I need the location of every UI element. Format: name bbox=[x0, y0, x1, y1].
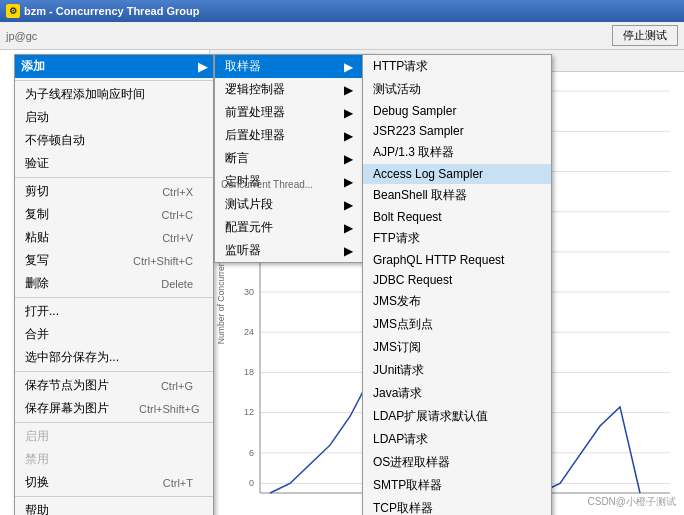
menu-jms-sub[interactable]: JMS订阅 bbox=[363, 336, 551, 359]
paste-label: 粘贴 bbox=[25, 229, 49, 246]
menu-jms-pub[interactable]: JMS发布 bbox=[363, 290, 551, 313]
jms-point-label: JMS点到点 bbox=[373, 316, 433, 333]
menu-ajp[interactable]: AJP/1.3 取样器 bbox=[363, 141, 551, 164]
menu-jsr223[interactable]: JSR223 Sampler bbox=[363, 121, 551, 141]
watermark: CSDN@小橙子测试 bbox=[588, 495, 677, 509]
menu-smtp[interactable]: SMTP取样器 bbox=[363, 474, 551, 497]
sampler-label: 取样器 bbox=[225, 58, 261, 75]
sampler-arrow: ▶ bbox=[344, 60, 353, 74]
pre-proc-arrow: ▶ bbox=[344, 106, 353, 120]
test-fragment-arrow: ▶ bbox=[344, 198, 353, 212]
pre-proc-label: 前置处理器 bbox=[225, 104, 285, 121]
menu-help[interactable]: 帮助 bbox=[15, 499, 213, 515]
menu-java-req[interactable]: Java请求 bbox=[363, 382, 551, 405]
http-req-label: HTTP请求 bbox=[373, 58, 428, 75]
menu-save-node-img[interactable]: 保存节点为图片 Ctrl+G bbox=[15, 374, 213, 397]
cut-shortcut: Ctrl+X bbox=[162, 186, 193, 198]
menu-jms-point[interactable]: JMS点到点 bbox=[363, 313, 551, 336]
menu-start[interactable]: 启动 bbox=[15, 106, 213, 129]
enable-label: 启用 bbox=[25, 428, 49, 445]
sep-1 bbox=[15, 177, 213, 178]
menu-pre-proc[interactable]: 前置处理器 ▶ bbox=[215, 101, 373, 124]
test-activity-label: 测试活动 bbox=[373, 81, 421, 98]
stop-test-button[interactable]: 停止测试 bbox=[612, 25, 678, 46]
test-fragment-label: 测试片段 bbox=[225, 196, 273, 213]
menu-add-header[interactable]: 添加 ▶ bbox=[15, 55, 213, 78]
access-log-label: Access Log Sampler bbox=[373, 167, 483, 181]
menu-post-proc[interactable]: 后置处理器 ▶ bbox=[215, 124, 373, 147]
menu-jdbc[interactable]: JDBC Request bbox=[363, 270, 551, 290]
menu-enable: 启用 bbox=[15, 425, 213, 448]
app-icon: ⚙ bbox=[6, 4, 20, 18]
ftp-label: FTP请求 bbox=[373, 230, 420, 247]
menu-save-screen-img[interactable]: 保存屏幕为图片 Ctrl+Shift+G bbox=[15, 397, 213, 420]
add-thread-label: 为子线程添加响应时间 bbox=[25, 86, 145, 103]
menu-sampler[interactable]: 取样器 ▶ bbox=[215, 55, 373, 78]
save-partial-label: 选中部分保存为... bbox=[25, 349, 119, 366]
menu-config[interactable]: 配置元件 ▶ bbox=[215, 216, 373, 239]
disable-label: 禁用 bbox=[25, 451, 49, 468]
menu-open[interactable]: 打开... bbox=[15, 300, 213, 323]
delete-label: 删除 bbox=[25, 275, 49, 292]
menu-assertion[interactable]: 断言 ▶ bbox=[215, 147, 373, 170]
paste-shortcut: Ctrl+V bbox=[162, 232, 193, 244]
menu-tcp[interactable]: TCP取样器 bbox=[363, 497, 551, 515]
menu-add-thread[interactable]: 为子线程添加响应时间 bbox=[15, 83, 213, 106]
menu-rewrite[interactable]: 复写 Ctrl+Shift+C bbox=[15, 249, 213, 272]
menu-test-fragment[interactable]: 测试片段 ▶ bbox=[215, 193, 373, 216]
menu-junit[interactable]: JUnit请求 bbox=[363, 359, 551, 382]
menu-test-activity[interactable]: 测试活动 bbox=[363, 78, 551, 101]
menu-ldap-req[interactable]: LDAP请求 bbox=[363, 428, 551, 451]
sep-0 bbox=[15, 80, 213, 81]
menu-http-req[interactable]: HTTP请求 bbox=[363, 55, 551, 78]
copy-label: 复制 bbox=[25, 206, 49, 223]
menu-toggle[interactable]: 切换 Ctrl+T bbox=[15, 471, 213, 494]
title-bar: ⚙ bzm - Concurrency Thread Group bbox=[0, 0, 684, 22]
save-node-label: 保存节点为图片 bbox=[25, 377, 109, 394]
beanshell-label: BeanShell 取样器 bbox=[373, 187, 467, 204]
validate-label: 验证 bbox=[25, 155, 49, 172]
menu-merge[interactable]: 合并 bbox=[15, 323, 213, 346]
logic-ctrl-label: 逻辑控制器 bbox=[225, 81, 285, 98]
menu-access-log[interactable]: Access Log Sampler bbox=[363, 164, 551, 184]
context-menu-l3: HTTP请求 测试活动 Debug Sampler JSR223 Sampler… bbox=[362, 54, 552, 515]
config-label: 配置元件 bbox=[225, 219, 273, 236]
toggle-label: 切换 bbox=[25, 474, 49, 491]
rewrite-shortcut: Ctrl+Shift+C bbox=[133, 255, 193, 267]
context-menu-l1: 添加 ▶ 为子线程添加响应时间 启动 不停顿自动 验证 剪切 Ctrl+X 复制… bbox=[14, 54, 214, 515]
menu-save-partial[interactable]: 选中部分保存为... bbox=[15, 346, 213, 369]
svg-text:Number of Concurrent: Number of Concurrent bbox=[216, 259, 226, 345]
ldap-req-label: LDAP请求 bbox=[373, 431, 428, 448]
svg-text:0: 0 bbox=[249, 478, 254, 488]
menu-ftp[interactable]: FTP请求 bbox=[363, 227, 551, 250]
menu-no-pause[interactable]: 不停顿自动 bbox=[15, 129, 213, 152]
menu-graphql[interactable]: GraphQL HTTP Request bbox=[363, 250, 551, 270]
menu-delete[interactable]: 删除 Delete bbox=[15, 272, 213, 295]
menu-logic-ctrl[interactable]: 逻辑控制器 ▶ bbox=[215, 78, 373, 101]
open-label: 打开... bbox=[25, 303, 59, 320]
menu-add-arrow: ▶ bbox=[198, 60, 207, 74]
menu-bolt[interactable]: Bolt Request bbox=[363, 207, 551, 227]
ajp-label: AJP/1.3 取样器 bbox=[373, 144, 454, 161]
concurrent-thread-label: Concurrent Thread... bbox=[215, 175, 373, 194]
menu-os-process[interactable]: OS进程取样器 bbox=[363, 451, 551, 474]
menu-ldap-default[interactable]: LDAP扩展请求默认值 bbox=[363, 405, 551, 428]
cut-label: 剪切 bbox=[25, 183, 49, 200]
merge-label: 合并 bbox=[25, 326, 49, 343]
menu-beanshell[interactable]: BeanShell 取样器 bbox=[363, 184, 551, 207]
svg-text:12: 12 bbox=[244, 408, 254, 418]
menu-copy[interactable]: 复制 Ctrl+C bbox=[15, 203, 213, 226]
save-screen-label: 保存屏幕为图片 bbox=[25, 400, 109, 417]
menu-paste[interactable]: 粘贴 Ctrl+V bbox=[15, 226, 213, 249]
post-proc-label: 后置处理器 bbox=[225, 127, 285, 144]
menu-listener[interactable]: 监听器 ▶ bbox=[215, 239, 373, 262]
menu-validate[interactable]: 验证 bbox=[15, 152, 213, 175]
menu-cut[interactable]: 剪切 Ctrl+X bbox=[15, 180, 213, 203]
ldap-default-label: LDAP扩展请求默认值 bbox=[373, 408, 488, 425]
no-pause-label: 不停顿自动 bbox=[25, 132, 85, 149]
email-display: jp@gc bbox=[6, 30, 37, 42]
menu-debug-sampler[interactable]: Debug Sampler bbox=[363, 101, 551, 121]
svg-text:30: 30 bbox=[244, 287, 254, 297]
jms-sub-label: JMS订阅 bbox=[373, 339, 421, 356]
jms-pub-label: JMS发布 bbox=[373, 293, 421, 310]
